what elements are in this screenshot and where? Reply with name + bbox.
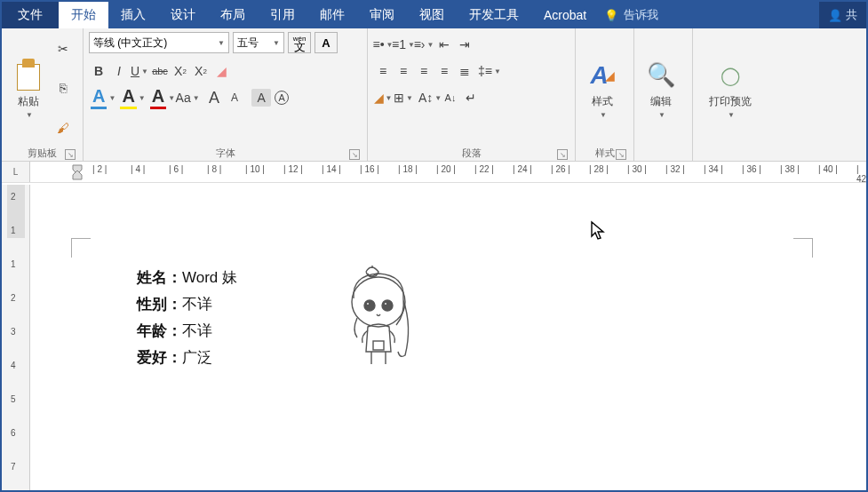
scissors-icon: ✂ (58, 42, 68, 56)
sort-button[interactable]: A↓ (441, 89, 460, 107)
paste-button[interactable]: 粘贴 ▼ (7, 32, 50, 145)
ruler-corner: L (2, 162, 30, 182)
share-button[interactable]: 👤 共 (819, 2, 866, 28)
text-direction-button[interactable]: A↕▼ (420, 89, 440, 107)
character-border-button[interactable]: A (315, 32, 338, 53)
phonetic-guide-button[interactable]: wén文 (288, 32, 311, 53)
print-preview-button[interactable]: ◯ 打印预览 ▼ (698, 32, 762, 145)
align-left-button[interactable]: ≡ (373, 62, 393, 80)
document-content[interactable]: 姓名：Word 妹 性别：不详 年龄：不详 爱好：广泛 (137, 265, 237, 371)
styles-button[interactable]: A◢ 样式 ▼ (581, 32, 624, 145)
decrease-indent-button[interactable]: ⇤ (434, 36, 454, 53)
clipart-girl[interactable] (341, 265, 421, 371)
align-right-icon: ≡ (420, 64, 427, 78)
multilevel-icon: ≡› (414, 37, 426, 52)
tab-mailings[interactable]: 邮件 (307, 2, 357, 28)
font-family-combo[interactable]: 等线 (中文正文)▼ (89, 32, 229, 53)
align-center-button[interactable]: ≡ (394, 62, 413, 80)
tab-developer[interactable]: 开发工具 (457, 2, 531, 28)
group-preview: ◯ 打印预览 ▼ (693, 28, 768, 161)
editing-label: 编辑 (650, 94, 672, 109)
print-preview-icon: ◯ (721, 59, 740, 92)
svg-point-6 (384, 302, 386, 305)
vertical-ruler[interactable]: 211234567 (2, 185, 30, 490)
grow-font-button[interactable]: A (204, 89, 224, 107)
copy-button[interactable]: ⎘ (53, 79, 73, 97)
format-painter-button[interactable]: 🖌 (53, 119, 73, 137)
superscript-button[interactable]: X2 (191, 62, 211, 80)
underline-button[interactable]: U▼ (130, 62, 149, 80)
styles-label: 样式 (592, 94, 613, 109)
cut-button[interactable]: ✂ (53, 40, 73, 58)
pilcrow-icon: ↵ (466, 91, 476, 105)
lightbulb-icon: 💡 (604, 9, 618, 22)
tab-layout[interactable]: 布局 (208, 2, 258, 28)
character-shading-button[interactable]: A (251, 89, 271, 107)
tab-file[interactable]: 文件 (2, 2, 59, 28)
bullets-button[interactable]: ≡•▼ (373, 36, 393, 53)
tab-view[interactable]: 视图 (407, 2, 457, 28)
increase-indent-button[interactable]: ⇥ (455, 36, 474, 53)
group-paragraph: ≡•▼ ≡1▼ ≡›▼ ⇤ ⇥ ≡ ≡ ≡ ≡ ≣ ‡≡▼ ◢▼ ⊞▼ A↕▼ … (368, 28, 576, 161)
distributed-button[interactable]: ≣ (455, 62, 474, 80)
align-right-button[interactable]: ≡ (414, 62, 434, 80)
shrink-font-button[interactable]: A (225, 89, 244, 107)
svg-point-4 (366, 302, 369, 305)
font-size-combo[interactable]: 五号▼ (233, 32, 284, 53)
line-spacing-button[interactable]: ‡≡▼ (480, 62, 499, 80)
borders-icon: ⊞ (394, 91, 404, 105)
tab-review[interactable]: 审阅 (357, 2, 407, 28)
shading-button[interactable]: ◢▼ (373, 89, 393, 107)
tab-insert[interactable]: 插入 (108, 2, 158, 28)
group-font-label: 字体 (216, 147, 235, 160)
svg-point-2 (352, 277, 405, 327)
bold-button[interactable]: B (89, 62, 108, 80)
eraser-icon: ◢ (217, 64, 227, 78)
horizontal-ruler[interactable]: | 2 || 4 || 6 || 8 || 10 || 12 || 14 || … (30, 162, 866, 182)
tab-design[interactable]: 设计 (158, 2, 208, 28)
person-icon: 👤 (828, 9, 842, 22)
group-clipboard-label: 剪贴板 (28, 147, 57, 160)
svg-marker-1 (73, 171, 82, 179)
svg-point-5 (382, 300, 393, 311)
change-case-button[interactable]: Aa▼ (178, 89, 197, 107)
font-launcher[interactable]: ↘ (349, 149, 360, 160)
search-icon: 🔍 (647, 59, 675, 92)
paragraph-launcher[interactable]: ↘ (557, 149, 568, 160)
enclose-characters-button[interactable]: A (272, 89, 291, 107)
multilevel-button[interactable]: ≡›▼ (414, 36, 434, 53)
show-marks-button[interactable]: ↵ (461, 89, 481, 107)
indent-icon: ⇥ (459, 37, 470, 52)
first-line-indent-marker[interactable] (71, 162, 84, 181)
sort-icon: A↓ (445, 92, 457, 103)
brush-icon: ◢ (605, 68, 615, 83)
svg-point-3 (364, 300, 375, 311)
outdent-icon: ⇤ (439, 37, 450, 52)
justify-button[interactable]: ≡ (434, 62, 454, 80)
numbering-button[interactable]: ≡1▼ (394, 36, 413, 53)
editing-button[interactable]: 🔍 编辑 ▼ (640, 32, 682, 145)
tab-acrobat[interactable]: Acrobat (531, 2, 599, 28)
italic-button[interactable]: I (109, 62, 129, 80)
strikethrough-button[interactable]: abc (150, 62, 170, 80)
subscript-button[interactable]: X2 (171, 62, 190, 80)
borders-button[interactable]: ⊞▼ (394, 89, 413, 107)
styles-launcher[interactable]: ↘ (616, 149, 626, 160)
clear-formatting-button[interactable]: ◢ (211, 62, 231, 80)
tab-home[interactable]: 开始 (59, 2, 108, 28)
document-page[interactable]: 姓名：Word 妹 性别：不详 年龄：不详 爱好：广泛 (30, 185, 866, 490)
line-spacing-icon: ‡≡ (478, 64, 492, 78)
svg-rect-7 (373, 341, 384, 350)
tab-references[interactable]: 引用 (258, 2, 307, 28)
text-effects-button[interactable]: A▼ (89, 86, 117, 109)
clipboard-launcher[interactable]: ↘ (65, 149, 76, 160)
share-label: 共 (846, 7, 857, 23)
group-styles: A◢ 样式 ▼ 样式 ↘ (576, 28, 634, 161)
font-color-button[interactable]: A▼ (148, 86, 177, 109)
doc-line: 性别：不详 (137, 291, 237, 318)
group-styles-label: 样式 (595, 147, 615, 160)
margin-corner-tl (71, 238, 91, 258)
distributed-icon: ≣ (459, 64, 470, 78)
highlight-button[interactable]: A▼ (118, 86, 147, 109)
tell-me[interactable]: 💡 告诉我 (604, 2, 658, 28)
